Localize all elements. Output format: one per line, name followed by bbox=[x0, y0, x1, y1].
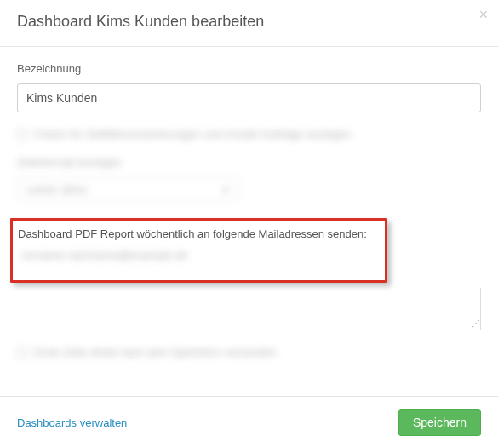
close-icon[interactable]: × bbox=[478, 7, 488, 22]
pdf-report-highlight: Dashboard PDF Report wöchentlich an folg… bbox=[10, 218, 387, 283]
email-textarea-area[interactable]: ⋰ bbox=[17, 288, 481, 330]
modal-footer: Dashboards verwalten Speichern bbox=[0, 396, 498, 448]
save-button[interactable]: Speichern bbox=[398, 409, 481, 436]
manage-dashboards-link[interactable]: Dashboards verwalten bbox=[17, 416, 127, 429]
name-input[interactable] bbox=[17, 83, 481, 112]
modal-title: Dashboard Kims Kunden bearbeiten bbox=[17, 13, 481, 31]
blurred-option-1: Charts für Zeitfilterversicherungen und … bbox=[17, 128, 481, 201]
name-label: Bezeichnung bbox=[17, 62, 481, 75]
blurred-option-2: Erste Zeile direkt nach dem Speichern ve… bbox=[17, 346, 481, 359]
resize-handle-icon[interactable]: ⋰ bbox=[472, 321, 478, 328]
modal-body: Bezeichnung Charts für Zeitfilterversich… bbox=[0, 47, 498, 367]
pdf-report-label: Dashboard PDF Report wöchentlich an folg… bbox=[18, 227, 380, 240]
modal-header: Dashboard Kims Kunden bearbeiten × bbox=[0, 0, 498, 47]
blurred-email-value: vorname.nachname@example.de bbox=[18, 249, 380, 261]
